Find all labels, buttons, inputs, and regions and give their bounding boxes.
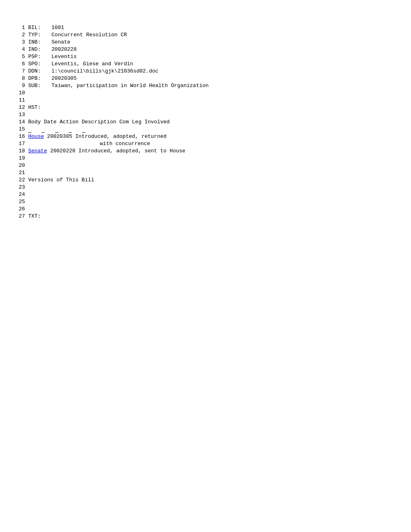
spo-value: Leventis, Giese and Verdin [52, 61, 133, 67]
house-body-cell: House [28, 133, 47, 139]
ddn-label: DDN: [28, 68, 48, 75]
main-content: 1 BIL: 1081 2 TYP: Concurrent Resolution… [16, 24, 395, 220]
inb-value: Senate [52, 39, 71, 45]
psp-value: Leventis [52, 54, 77, 60]
ddn-value: l:\council\bills\gjk\21036sd02.doc [52, 68, 158, 74]
line-num-1: 1 [16, 24, 28, 31]
line-num-8: 8 [16, 75, 28, 82]
line-19: 19 [16, 155, 395, 162]
senate-action-cell: Introduced, adopted, sent to House [79, 148, 185, 154]
col-leg-underline [82, 126, 85, 133]
line-7: 7 DDN: l:\council\bills\gjk\21036sd02.do… [16, 68, 395, 75]
line-num-6: 6 [16, 60, 28, 68]
line-18: 18 Senate 20020228 Introduced, adopted, … [16, 148, 395, 155]
senate-table-row: Senate 20020228 Introduced, adopted, sen… [28, 148, 395, 155]
line-1: 1 BIL: 1081 [16, 24, 395, 31]
col-action-underline [55, 126, 58, 133]
bil-label: BIL: [28, 24, 48, 31]
sub-label: SUB: [28, 82, 48, 89]
line-num-5: 5 [16, 53, 28, 60]
line-num-11: 11 [16, 97, 28, 104]
line-26: 26 [16, 206, 395, 213]
senate-date-cell: 20020228 [50, 148, 75, 154]
line-9: 9 SUB: Taiwan, participation in World He… [16, 82, 395, 89]
house-action-cell: Introduced, adopted, returned [75, 133, 166, 139]
inb-label: INB: [28, 39, 48, 46]
col-com-underline [68, 126, 72, 133]
line-num-4: 4 [16, 46, 28, 53]
line-content-9: SUB: Taiwan, participation in World Heal… [28, 82, 395, 89]
line-num-24: 24 [16, 191, 28, 198]
line-14: 14 Body Date Action Description Com Leg … [16, 118, 395, 126]
sub-value: Taiwan, participation in World Health Or… [52, 83, 209, 89]
line-num-22: 22 [16, 177, 28, 184]
house-action-continuation: with concurrence [28, 140, 395, 148]
line-num-17: 17 [16, 140, 28, 148]
house-action-line2: with concurrence [100, 141, 150, 147]
line-23: 23 [16, 184, 395, 191]
line-content-4: IND: 20020228 [28, 46, 395, 53]
line-22: 22 Versions of This Bill [16, 177, 395, 184]
line-21: 21 [16, 169, 395, 177]
line-6: 6 SPO: Leventis, Giese and Verdin [16, 60, 395, 68]
line-8: 8 DPB: 20020305 [16, 75, 395, 82]
line-num-9: 9 [16, 82, 28, 89]
line-20: 20 [16, 162, 395, 169]
col-com-header: Com [119, 119, 129, 125]
dpb-label: DPB: [28, 75, 48, 82]
line-content-1: BIL: 1081 [28, 24, 395, 31]
line-content-27: TXT: [28, 213, 395, 220]
line-num-18: 18 [16, 148, 28, 155]
col-date-underline [42, 126, 45, 133]
house-link[interactable]: House [28, 133, 44, 139]
col-body-underline [28, 126, 31, 133]
line-16: 16 House 20020305 Introduced, adopted, r… [16, 133, 395, 140]
line-3: 3 INB: Senate [16, 39, 395, 46]
line-5: 5 PSP: Leventis [16, 53, 395, 60]
line-num-7: 7 [16, 68, 28, 75]
typ-label: TYP: [28, 31, 48, 39]
col-leg-header: Leg Involved [132, 119, 170, 125]
line-content-2: TYP: Concurrent Resolution CR [28, 31, 395, 39]
line-num-20: 20 [16, 162, 28, 169]
line-13: 13 [16, 111, 395, 118]
line-num-19: 19 [16, 155, 28, 162]
line-num-13: 13 [16, 111, 28, 118]
line-17: 17 with concurrence [16, 140, 395, 148]
line-num-3: 3 [16, 39, 28, 46]
col-action-header: Action Description [60, 119, 116, 125]
psp-label: PSP: [28, 53, 48, 60]
line-24: 24 [16, 191, 395, 198]
table-underline-row [28, 126, 395, 133]
line-num-12: 12 [16, 104, 28, 111]
line-2: 2 TYP: Concurrent Resolution CR [16, 31, 395, 39]
line-num-10: 10 [16, 89, 28, 97]
line-num-23: 23 [16, 184, 28, 191]
line-27: 27 TXT: [16, 213, 395, 220]
line-content-5: PSP: Leventis [28, 53, 395, 60]
table-header-row: Body Date Action Description Com Leg Inv… [28, 118, 395, 126]
line-content-12: HST: [28, 104, 395, 111]
col-date-header: Date [44, 119, 56, 125]
house-date-cell: 20020305 [47, 133, 72, 139]
txt-label: TXT: [28, 213, 48, 220]
line-num-26: 26 [16, 206, 28, 213]
col-body-header: Body [28, 119, 41, 125]
line-num-27: 27 [16, 213, 28, 220]
line-4: 4 IND: 20020228 [16, 46, 395, 53]
house-table-row: House 20020305 Introduced, adopted, retu… [28, 133, 395, 140]
line-content-8: DPB: 20020305 [28, 75, 395, 82]
senate-link[interactable]: Senate [28, 148, 47, 154]
line-num-21: 21 [16, 169, 28, 177]
line-12: 12 HST: [16, 104, 395, 111]
line-content-6: SPO: Leventis, Giese and Verdin [28, 60, 395, 68]
senate-body-cell: Senate [28, 148, 50, 154]
line-num-16: 16 [16, 133, 28, 140]
spo-label: SPO: [28, 60, 48, 68]
line-content-3: INB: Senate [28, 39, 395, 46]
hst-label: HST: [28, 104, 48, 111]
line-15: 15 [16, 126, 395, 133]
bil-value: 1081 [52, 25, 64, 31]
line-content-7: DDN: l:\council\bills\gjk\21036sd02.doc [28, 68, 395, 75]
ind-label: IND: [28, 46, 48, 53]
